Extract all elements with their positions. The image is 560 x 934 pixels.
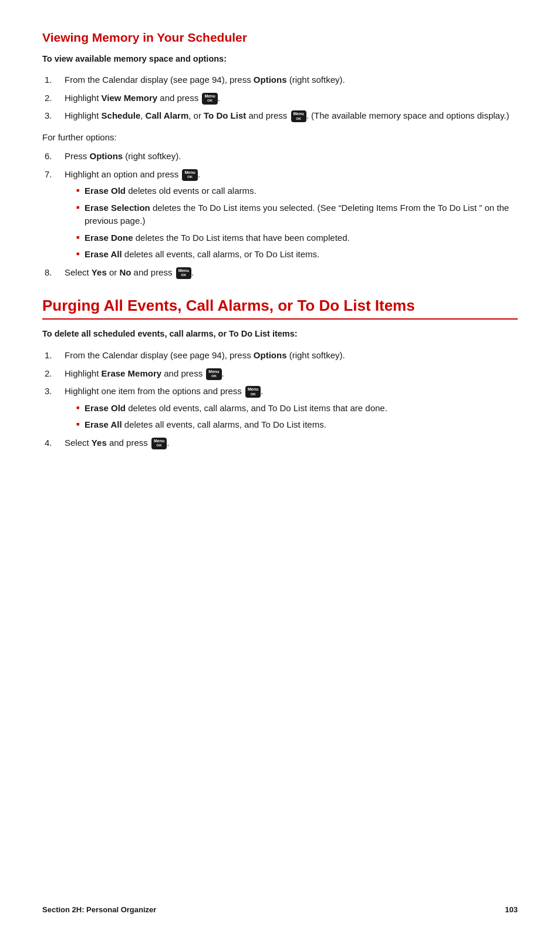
view-memory-bold: View Memory — [102, 93, 158, 103]
footer-section-label: Section 2H: Personal Organizer — [42, 904, 156, 916]
menu-ok-icon-1: MenuOK — [202, 93, 217, 105]
viewing-step-4: Press Options (right softkey). — [59, 150, 518, 163]
menu-ok-icon-4: MenuOK — [176, 267, 191, 279]
purging-section: Purging All Events, Call Alarms, or To D… — [42, 297, 518, 449]
yes-bold-2: Yes — [92, 438, 107, 448]
erase-memory-bold: Erase Memory — [102, 368, 162, 378]
erase-old-bullet-2: Erase Old deletes old events, call alarm… — [76, 402, 518, 415]
erase-done-bullet: Erase Done deletes the To Do List items … — [76, 231, 518, 245]
purging-steps-list: From the Calendar display (see page 94),… — [42, 349, 518, 449]
purge-options-bullet-list: Erase Old deletes old events, call alarm… — [65, 402, 518, 432]
menu-ok-icon-5: MenuOK — [206, 368, 221, 380]
menu-ok-icon-3: MenuOK — [182, 169, 197, 181]
viewing-title: Viewing Memory in Your Scheduler — [42, 28, 518, 47]
options-bold-2: Options — [90, 151, 123, 161]
erase-all-bullet-1: Erase All deletes all events, call alarm… — [76, 248, 518, 261]
erase-old-bold-1: Erase Old — [85, 186, 126, 196]
purging-title: Purging All Events, Call Alarms, or To D… — [42, 297, 518, 315]
viewing-subtitle: To view available memory space and optio… — [42, 53, 518, 66]
erase-selection-bullet: Erase Selection deletes the To Do List i… — [76, 201, 518, 228]
viewing-steps-list: From the Calendar display (see page 94),… — [42, 73, 518, 123]
viewing-step-3: Highlight Schedule, Call Alarm, or To Do… — [59, 109, 518, 123]
for-further-label: For further options: — [42, 131, 518, 145]
no-bold: No — [119, 267, 131, 277]
menu-ok-icon-7: MenuOK — [151, 438, 167, 449]
section-divider — [42, 318, 518, 320]
menu-ok-icon-2: MenuOK — [291, 110, 306, 122]
erase-all-bullet-2: Erase All deletes all events, call alarm… — [76, 418, 518, 432]
erase-done-bold: Erase Done — [85, 233, 133, 243]
erase-old-bold-2: Erase Old — [85, 403, 126, 413]
purging-step-3: Highlight one item from the options and … — [59, 385, 518, 432]
options-bold-3: Options — [254, 350, 287, 360]
viewing-step-1: From the Calendar display (see page 94),… — [59, 73, 518, 87]
options-bold-1: Options — [254, 75, 287, 85]
menu-ok-icon-6: MenuOK — [245, 386, 261, 398]
purging-step-4: Select Yes and press MenuOK. — [59, 436, 518, 450]
schedule-bold: Schedule — [102, 110, 141, 120]
erase-all-bold-2: Erase All — [85, 419, 122, 429]
purging-subtitle: To delete all scheduled events, call ala… — [42, 328, 518, 341]
erase-all-bold-1: Erase All — [85, 249, 122, 259]
options-bullet-list: Erase Old deletes old events or call ala… — [65, 184, 518, 261]
viewing-step-2: Highlight View Memory and press MenuOK. — [59, 92, 518, 105]
viewing-step-6: Select Yes or No and press MenuOK. — [59, 266, 518, 280]
erase-selection-bold: Erase Selection — [85, 203, 150, 213]
viewing-section: Viewing Memory in Your Scheduler To view… — [42, 28, 518, 279]
erase-old-bullet-1: Erase Old deletes old events or call ala… — [76, 184, 518, 198]
yes-bold-1: Yes — [92, 267, 107, 277]
purging-step-2: Highlight Erase Memory and press MenuOK. — [59, 367, 518, 381]
call-alarm-bold: Call Alarm — [146, 110, 189, 120]
purging-step-1: From the Calendar display (see page 94),… — [59, 349, 518, 362]
footer-page-number: 103 — [505, 904, 518, 916]
to-do-list-bold: To Do List — [204, 110, 246, 120]
page-footer: Section 2H: Personal Organizer 103 — [42, 904, 518, 916]
viewing-step-5: Highlight an option and press MenuOK. Er… — [59, 168, 518, 261]
viewing-steps2-list: Press Options (right softkey). Highlight… — [42, 150, 518, 279]
